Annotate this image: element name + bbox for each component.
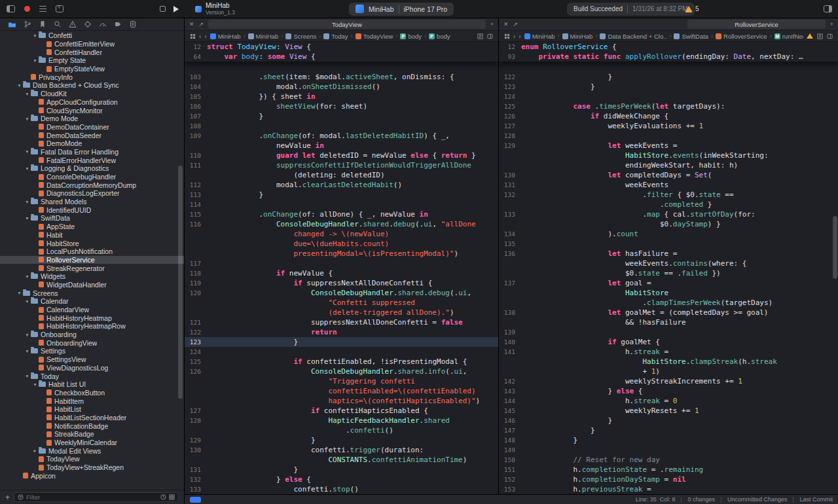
- file-warning-icon[interactable]: [807, 33, 813, 39]
- line-number[interactable]: [185, 396, 207, 406]
- disclosure-triangle-icon[interactable]: ▾: [24, 215, 31, 221]
- tree-item-fatal-data-error-handling[interactable]: ▾Fatal Data Error Handling: [0, 148, 184, 156]
- tree-item-localpushnotification[interactable]: LocalPushNotification: [0, 247, 184, 256]
- line-number[interactable]: 108: [185, 121, 207, 131]
- changes-count[interactable]: 0 changes: [687, 496, 715, 503]
- tree-item-calendarview[interactable]: CalendarView: [0, 306, 184, 314]
- tab-rolloverservice[interactable]: RolloverService: [687, 20, 826, 29]
- tree-item-datacorruptionmemorydump[interactable]: DataCorruptionMemoryDump: [0, 181, 184, 189]
- line-number[interactable]: [499, 317, 521, 327]
- code-editor[interactable]: 12enum RolloverService {93 private stati…: [499, 42, 838, 494]
- add-file-button[interactable]: +: [5, 494, 10, 501]
- line-number[interactable]: 12: [185, 42, 207, 52]
- line-number[interactable]: 120: [185, 288, 207, 298]
- line-number[interactable]: 93: [499, 52, 521, 62]
- line-number[interactable]: [185, 239, 207, 249]
- tree-item-weeklyminicalendar[interactable]: WeeklyMiniCalendar: [0, 439, 184, 447]
- disclosure-triangle-icon[interactable]: ▾: [24, 116, 31, 122]
- line-number[interactable]: 128: [499, 131, 521, 141]
- line-number[interactable]: 122: [185, 327, 207, 337]
- line-number[interactable]: 148: [499, 435, 521, 445]
- tree-item-today[interactable]: ▾Today: [0, 372, 184, 380]
- line-number[interactable]: [499, 62, 521, 72]
- tree-item-streakbadge[interactable]: StreakBadge: [0, 430, 184, 439]
- disclosure-triangle-icon[interactable]: ▾: [24, 274, 31, 279]
- tree-item-screens[interactable]: ▾Screens: [0, 289, 184, 297]
- file-tree[interactable]: ▾ConfettiConfettiEmitterViewConfettiHand…: [0, 31, 184, 490]
- breadcrumb-item[interactable]: Screens: [285, 33, 316, 40]
- line-number[interactable]: 106: [185, 101, 207, 111]
- add-tab-icon[interactable]: +: [830, 21, 833, 27]
- close-split-icon[interactable]: ✕: [503, 21, 509, 27]
- tree-item-swiftdata[interactable]: ▾SwiftData: [0, 214, 184, 223]
- uncommitted-changes-button[interactable]: Uncommitted Changes: [727, 496, 788, 503]
- tab-todayview[interactable]: TodayView: [208, 20, 486, 29]
- breadcrumb-item[interactable]: Pbody: [400, 33, 422, 40]
- tree-item-empty-state[interactable]: ▾Empty State: [0, 56, 184, 65]
- line-number[interactable]: 107: [185, 111, 207, 121]
- line-number[interactable]: 129: [499, 141, 521, 151]
- line-number[interactable]: 113: [185, 190, 207, 200]
- editor-scrollbar[interactable]: [833, 216, 837, 279]
- line-number[interactable]: 118: [185, 268, 207, 278]
- line-number[interactable]: 145: [499, 406, 521, 416]
- line-number[interactable]: [185, 455, 207, 465]
- breadcrumb-item[interactable]: Pbody: [429, 33, 450, 40]
- tree-item-habithistoryheatmap[interactable]: HabitHistoryHeatmap: [0, 314, 184, 322]
- recent-files-icon[interactable]: [160, 494, 166, 500]
- tree-item-widgetdatahandler[interactable]: WidgetDataHandler: [0, 281, 184, 289]
- line-number[interactable]: 111: [185, 160, 207, 170]
- disclosure-triangle-icon[interactable]: ▸: [31, 448, 39, 454]
- line-number[interactable]: 136: [499, 249, 521, 259]
- tree-item-onboarding[interactable]: ▾Onboarding: [0, 331, 184, 339]
- line-number[interactable]: [185, 386, 207, 396]
- line-number[interactable]: 146: [499, 416, 521, 425]
- source-control-filter-icon[interactable]: [169, 494, 175, 500]
- tree-item-data-backend-cloud-sync[interactable]: ▾Data Backend + Cloud Sync: [0, 81, 184, 90]
- tree-item-habitlistsectionheader[interactable]: HabitListSectionHeader: [0, 414, 184, 422]
- tree-item-widgets[interactable]: ▾Widgets: [0, 272, 184, 281]
- tree-item-habitlist[interactable]: HabitList: [0, 405, 184, 414]
- line-number[interactable]: 144: [499, 396, 521, 406]
- tree-item-privacyinfo[interactable]: PrivacyInfo: [0, 73, 184, 81]
- project-navigator-icon[interactable]: [8, 20, 16, 29]
- disclosure-triangle-icon[interactable]: ▾: [24, 298, 31, 304]
- line-number[interactable]: 123: [499, 82, 521, 92]
- window-project-block[interactable]: MiniHab Version_1.3: [195, 3, 235, 16]
- warning-badge[interactable]: 5: [685, 5, 699, 12]
- filter-input[interactable]: [26, 494, 158, 501]
- line-number[interactable]: 149: [499, 445, 521, 455]
- run-button[interactable]: [173, 6, 179, 12]
- line-number[interactable]: 131: [499, 180, 521, 190]
- line-number[interactable]: 139: [499, 327, 521, 337]
- line-number[interactable]: [185, 298, 207, 308]
- line-number[interactable]: [185, 62, 207, 72]
- breadcrumb-item[interactable]: TodayView: [355, 33, 393, 40]
- line-number[interactable]: 109: [185, 131, 207, 141]
- line-number[interactable]: 137: [499, 278, 521, 288]
- tree-item-demo-mode[interactable]: ▾Demo Mode: [0, 115, 184, 123]
- tree-item-viewdiagnosticslog[interactable]: ViewDiagnosticsLog: [0, 364, 184, 372]
- line-number[interactable]: 138: [499, 308, 521, 317]
- tree-item-appstate[interactable]: AppState: [0, 223, 184, 231]
- focus-editor-icon[interactable]: ↗: [513, 21, 519, 27]
- breadcrumb-item[interactable]: MiniHab: [524, 33, 555, 40]
- issues-navigator-icon[interactable]: [68, 20, 77, 29]
- forward-chevron-icon[interactable]: ›: [204, 33, 206, 40]
- line-number[interactable]: 147: [499, 425, 521, 435]
- tree-item-demomode[interactable]: DemoMode: [0, 139, 184, 148]
- tree-item-habitstore[interactable]: HabitStore: [0, 239, 184, 247]
- menu-icon[interactable]: [39, 6, 46, 12]
- line-number[interactable]: [499, 357, 521, 367]
- line-number[interactable]: 135: [499, 239, 521, 249]
- breadcrumb-item[interactable]: MiniHab: [248, 33, 279, 40]
- line-number[interactable]: 115: [185, 209, 207, 219]
- tree-item-notificationbadge[interactable]: NotificationBadge: [0, 422, 184, 430]
- source-control-navigator-icon[interactable]: [23, 20, 31, 29]
- line-number[interactable]: 124: [185, 347, 207, 357]
- last-commit-button[interactable]: Last Commit: [799, 496, 833, 503]
- tree-item-demodatacontainer[interactable]: DemoDataContainer: [0, 123, 184, 132]
- tree-item-todayview[interactable]: TodayView: [0, 455, 184, 463]
- tree-item-cloudsyncmonitor[interactable]: CloudSyncMonitor: [0, 106, 184, 115]
- line-number[interactable]: 119: [185, 278, 207, 288]
